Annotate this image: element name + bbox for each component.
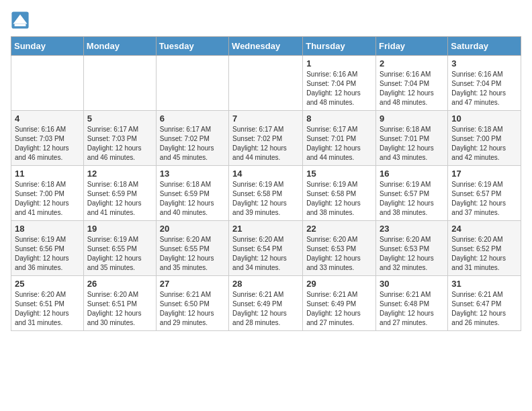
calendar-cell bbox=[11, 56, 84, 111]
day-number: 2 bbox=[380, 58, 444, 68]
calendar-cell: 20Sunrise: 6:20 AM Sunset: 6:55 PM Dayli… bbox=[156, 221, 228, 276]
day-info: Sunrise: 6:20 AM Sunset: 6:53 PM Dayligh… bbox=[380, 235, 444, 273]
calendar-cell: 5Sunrise: 6:17 AM Sunset: 7:03 PM Daylig… bbox=[83, 111, 156, 166]
calendar-cell: 23Sunrise: 6:20 AM Sunset: 6:53 PM Dayli… bbox=[376, 221, 448, 276]
day-number: 9 bbox=[380, 113, 444, 124]
calendar-cell: 27Sunrise: 6:21 AM Sunset: 6:50 PM Dayli… bbox=[156, 276, 228, 331]
day-info: Sunrise: 6:17 AM Sunset: 7:02 PM Dayligh… bbox=[160, 125, 225, 163]
calendar-cell: 22Sunrise: 6:20 AM Sunset: 6:53 PM Dayli… bbox=[303, 221, 376, 276]
day-info: Sunrise: 6:18 AM Sunset: 7:00 PM Dayligh… bbox=[451, 125, 517, 163]
day-info: Sunrise: 6:20 AM Sunset: 6:54 PM Dayligh… bbox=[232, 235, 299, 273]
day-info: Sunrise: 6:18 AM Sunset: 7:01 PM Dayligh… bbox=[380, 125, 444, 163]
calendar-cell: 9Sunrise: 6:18 AM Sunset: 7:01 PM Daylig… bbox=[376, 111, 448, 166]
day-info: Sunrise: 6:20 AM Sunset: 6:51 PM Dayligh… bbox=[87, 290, 152, 328]
calendar-cell: 26Sunrise: 6:20 AM Sunset: 6:51 PM Dayli… bbox=[83, 276, 156, 331]
day-number: 4 bbox=[15, 113, 80, 124]
day-info: Sunrise: 6:16 AM Sunset: 7:04 PM Dayligh… bbox=[451, 70, 517, 107]
calendar-cell bbox=[83, 56, 156, 111]
day-info: Sunrise: 6:20 AM Sunset: 6:51 PM Dayligh… bbox=[15, 290, 80, 328]
day-info: Sunrise: 6:21 AM Sunset: 6:50 PM Dayligh… bbox=[160, 290, 225, 328]
day-number: 6 bbox=[160, 113, 225, 124]
day-number: 25 bbox=[15, 279, 80, 289]
calendar-cell: 19Sunrise: 6:19 AM Sunset: 6:55 PM Dayli… bbox=[83, 221, 156, 276]
day-info: Sunrise: 6:21 AM Sunset: 6:47 PM Dayligh… bbox=[451, 290, 517, 328]
svg-rect-2 bbox=[15, 24, 26, 27]
day-info: Sunrise: 6:16 AM Sunset: 7:04 PM Dayligh… bbox=[380, 70, 444, 107]
calendar-cell: 10Sunrise: 6:18 AM Sunset: 7:00 PM Dayli… bbox=[448, 111, 521, 166]
calendar-week-row: 1Sunrise: 6:16 AM Sunset: 7:04 PM Daylig… bbox=[11, 56, 521, 111]
day-info: Sunrise: 6:19 AM Sunset: 6:58 PM Dayligh… bbox=[232, 180, 299, 218]
calendar-week-row: 25Sunrise: 6:20 AM Sunset: 6:51 PM Dayli… bbox=[11, 276, 521, 331]
calendar-cell: 1Sunrise: 6:16 AM Sunset: 7:04 PM Daylig… bbox=[303, 56, 376, 111]
day-number: 27 bbox=[160, 279, 225, 289]
day-number: 17 bbox=[451, 169, 517, 179]
logo-icon bbox=[11, 11, 30, 30]
header-day: Friday bbox=[376, 37, 448, 56]
day-info: Sunrise: 6:18 AM Sunset: 7:00 PM Dayligh… bbox=[15, 180, 80, 218]
day-info: Sunrise: 6:19 AM Sunset: 6:57 PM Dayligh… bbox=[451, 180, 517, 218]
day-number: 24 bbox=[451, 224, 517, 234]
day-info: Sunrise: 6:19 AM Sunset: 6:57 PM Dayligh… bbox=[380, 180, 444, 218]
day-number: 1 bbox=[306, 58, 372, 68]
calendar-cell: 18Sunrise: 6:19 AM Sunset: 6:56 PM Dayli… bbox=[11, 221, 84, 276]
day-info: Sunrise: 6:18 AM Sunset: 6:59 PM Dayligh… bbox=[160, 180, 225, 218]
day-number: 20 bbox=[160, 224, 225, 234]
calendar-week-row: 4Sunrise: 6:16 AM Sunset: 7:03 PM Daylig… bbox=[11, 111, 521, 166]
calendar-cell: 12Sunrise: 6:18 AM Sunset: 6:59 PM Dayli… bbox=[83, 166, 156, 221]
calendar-cell: 24Sunrise: 6:20 AM Sunset: 6:52 PM Dayli… bbox=[448, 221, 521, 276]
calendar-cell: 6Sunrise: 6:17 AM Sunset: 7:02 PM Daylig… bbox=[156, 111, 228, 166]
day-info: Sunrise: 6:20 AM Sunset: 6:52 PM Dayligh… bbox=[451, 235, 517, 273]
day-number: 30 bbox=[380, 279, 444, 289]
day-info: Sunrise: 6:21 AM Sunset: 6:49 PM Dayligh… bbox=[232, 290, 299, 328]
day-info: Sunrise: 6:20 AM Sunset: 6:53 PM Dayligh… bbox=[306, 235, 372, 273]
day-number: 19 bbox=[87, 224, 152, 234]
day-info: Sunrise: 6:19 AM Sunset: 6:56 PM Dayligh… bbox=[15, 235, 80, 273]
day-number: 3 bbox=[451, 58, 517, 68]
day-info: Sunrise: 6:21 AM Sunset: 6:49 PM Dayligh… bbox=[306, 290, 372, 328]
day-number: 28 bbox=[232, 279, 299, 289]
calendar-cell: 21Sunrise: 6:20 AM Sunset: 6:54 PM Dayli… bbox=[229, 221, 303, 276]
header-day: Sunday bbox=[11, 37, 84, 56]
day-number: 5 bbox=[87, 113, 152, 124]
header-day: Monday bbox=[83, 37, 156, 56]
day-number: 7 bbox=[232, 113, 299, 124]
calendar-week-row: 11Sunrise: 6:18 AM Sunset: 7:00 PM Dayli… bbox=[11, 166, 521, 221]
calendar-table: SundayMondayTuesdayWednesdayThursdayFrid… bbox=[11, 36, 521, 331]
header-day: Wednesday bbox=[229, 37, 303, 56]
page-header bbox=[11, 11, 521, 30]
calendar-week-row: 18Sunrise: 6:19 AM Sunset: 6:56 PM Dayli… bbox=[11, 221, 521, 276]
calendar-cell: 29Sunrise: 6:21 AM Sunset: 6:49 PM Dayli… bbox=[303, 276, 376, 331]
day-info: Sunrise: 6:19 AM Sunset: 6:55 PM Dayligh… bbox=[87, 235, 152, 273]
day-number: 31 bbox=[451, 279, 517, 289]
calendar-body: 1Sunrise: 6:16 AM Sunset: 7:04 PM Daylig… bbox=[11, 56, 521, 331]
day-info: Sunrise: 6:17 AM Sunset: 7:03 PM Dayligh… bbox=[87, 125, 152, 163]
day-number: 21 bbox=[232, 224, 299, 234]
day-number: 10 bbox=[451, 113, 517, 124]
logo bbox=[11, 11, 31, 30]
day-info: Sunrise: 6:19 AM Sunset: 6:58 PM Dayligh… bbox=[306, 180, 372, 218]
calendar-cell: 4Sunrise: 6:16 AM Sunset: 7:03 PM Daylig… bbox=[11, 111, 84, 166]
calendar-cell: 25Sunrise: 6:20 AM Sunset: 6:51 PM Dayli… bbox=[11, 276, 84, 331]
day-info: Sunrise: 6:17 AM Sunset: 7:01 PM Dayligh… bbox=[306, 125, 372, 163]
calendar-cell: 16Sunrise: 6:19 AM Sunset: 6:57 PM Dayli… bbox=[376, 166, 448, 221]
day-number: 8 bbox=[306, 113, 372, 124]
day-number: 22 bbox=[306, 224, 372, 234]
calendar-cell: 13Sunrise: 6:18 AM Sunset: 6:59 PM Dayli… bbox=[156, 166, 228, 221]
calendar-cell: 7Sunrise: 6:17 AM Sunset: 7:02 PM Daylig… bbox=[229, 111, 303, 166]
calendar-cell: 15Sunrise: 6:19 AM Sunset: 6:58 PM Dayli… bbox=[303, 166, 376, 221]
day-number: 26 bbox=[87, 279, 152, 289]
calendar-header: SundayMondayTuesdayWednesdayThursdayFrid… bbox=[11, 37, 521, 56]
calendar-cell: 28Sunrise: 6:21 AM Sunset: 6:49 PM Dayli… bbox=[229, 276, 303, 331]
calendar-cell: 31Sunrise: 6:21 AM Sunset: 6:47 PM Dayli… bbox=[448, 276, 521, 331]
header-row: SundayMondayTuesdayWednesdayThursdayFrid… bbox=[11, 37, 521, 56]
day-number: 12 bbox=[87, 169, 152, 179]
calendar-cell: 2Sunrise: 6:16 AM Sunset: 7:04 PM Daylig… bbox=[376, 56, 448, 111]
day-info: Sunrise: 6:16 AM Sunset: 7:04 PM Dayligh… bbox=[306, 70, 372, 107]
day-info: Sunrise: 6:18 AM Sunset: 6:59 PM Dayligh… bbox=[87, 180, 152, 218]
day-number: 18 bbox=[15, 224, 80, 234]
header-day: Thursday bbox=[303, 37, 376, 56]
calendar-cell bbox=[229, 56, 303, 111]
day-number: 11 bbox=[15, 169, 80, 179]
day-number: 16 bbox=[380, 169, 444, 179]
calendar-cell bbox=[156, 56, 228, 111]
